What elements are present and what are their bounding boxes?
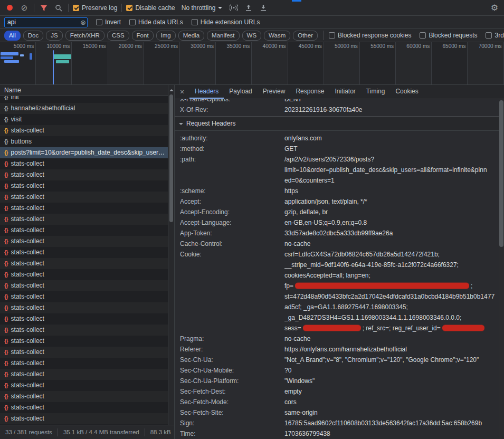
- request-row[interactable]: {}stats-collect: [0, 125, 174, 136]
- request-row[interactable]: {}stats-collect: [0, 169, 174, 180]
- request-row[interactable]: {}hannahelizabethofficial: [0, 103, 174, 114]
- header-value-text: fp=: [284, 282, 293, 290]
- timeline-tick-label: 70000 ms: [479, 43, 502, 49]
- request-row[interactable]: {}stats-collect: [0, 369, 174, 380]
- request-name: stats-collect: [11, 258, 44, 269]
- preserve-log-checkbox[interactable]: Preserve log: [73, 4, 117, 12]
- request-row[interactable]: {}stats-collect: [0, 347, 174, 358]
- name-column-header[interactable]: Name: [0, 85, 174, 96]
- timeline-tick-label: 35000 ms: [226, 43, 250, 49]
- header-row: :scheme:https: [175, 186, 499, 196]
- request-row[interactable]: {}stats-collect: [0, 336, 174, 347]
- network-toolbar: ⊘ Preserve log Disable cache No throttli…: [0, 0, 504, 16]
- throttling-select[interactable]: No throttling: [179, 3, 225, 13]
- request-row[interactable]: {}stats-collect: [0, 302, 174, 313]
- request-headers-section-header[interactable]: Request Headers: [175, 117, 499, 131]
- request-row[interactable]: {}stats-collect: [0, 313, 174, 325]
- request-row[interactable]: {}buttons: [0, 136, 174, 147]
- request-row[interactable]: {}stats-collect: [0, 180, 174, 192]
- record-button[interactable]: [4, 3, 15, 13]
- hide-data-urls-checkbox[interactable]: Hide data URLs: [129, 18, 183, 26]
- header-name: Accept-Language:: [180, 217, 279, 228]
- filter-checkbox-3rd-party-requests[interactable]: 3rd-party requests: [486, 32, 504, 39]
- search-button[interactable]: [53, 3, 64, 13]
- scroll-up-icon[interactable]: [169, 87, 174, 91]
- tab-preview[interactable]: Preview: [258, 85, 291, 99]
- clear-log-button[interactable]: ⊘: [19, 3, 30, 13]
- request-row[interactable]: {}init: [0, 96, 174, 103]
- script-icon: {}: [4, 313, 8, 325]
- preserve-log-label: Preserve log: [82, 4, 117, 12]
- timeline-tick-label: 15000 ms: [83, 43, 106, 49]
- network-filter-input[interactable]: [4, 17, 88, 27]
- request-row[interactable]: {}stats-collect: [0, 214, 174, 225]
- header-name: Cache-Control:: [180, 238, 279, 249]
- request-row[interactable]: {}stats-collect: [0, 158, 174, 169]
- filter-chip-fetch-xhr[interactable]: Fetch/XHR: [65, 31, 104, 41]
- request-row[interactable]: {}stats-collect: [0, 413, 174, 424]
- script-icon: {}: [4, 325, 8, 336]
- export-har-button[interactable]: [258, 3, 269, 13]
- request-name: stats-collect: [11, 291, 44, 302]
- timeline-tick-label: 25000 ms: [155, 43, 178, 49]
- request-row[interactable]: {}stats-collect: [0, 291, 174, 302]
- scrollbar-thumb[interactable]: [169, 94, 173, 222]
- network-conditions-button[interactable]: [229, 3, 239, 13]
- filter-toggle-button[interactable]: [39, 3, 49, 13]
- tab-response[interactable]: Response: [290, 85, 329, 99]
- timeline-overview[interactable]: 5000 ms10000 ms15000 ms20000 ms25000 ms3…: [0, 42, 504, 85]
- request-row[interactable]: {}stats-collect: [0, 203, 174, 214]
- filter-chip-doc[interactable]: Doc: [23, 31, 43, 41]
- detail-scrollbar[interactable]: [499, 99, 504, 439]
- request-row[interactable]: {}stats-collect: [0, 258, 174, 269]
- request-row[interactable]: {}stats-collect: [0, 358, 174, 369]
- script-icon: {}: [4, 214, 8, 225]
- request-row[interactable]: {}stats-collect: [0, 380, 174, 391]
- scrollbar-thumb[interactable]: [499, 100, 503, 247]
- header-value-text: sess=: [284, 325, 301, 332]
- request-row[interactable]: {}stats-collect: [0, 269, 174, 280]
- close-icon[interactable]: ×: [175, 88, 189, 96]
- request-row[interactable]: {}stats-collect: [0, 391, 174, 402]
- request-row[interactable]: {}stats-collect: [0, 280, 174, 291]
- request-row[interactable]: {}stats-collect: [0, 402, 174, 413]
- waterfall-bar: [1, 56, 13, 59]
- filter-chip-js[interactable]: JS: [46, 31, 62, 41]
- filter-chip-all[interactable]: All: [4, 31, 21, 41]
- devtools-network-panel: ⊘ Preserve log Disable cache No throttli…: [0, 0, 504, 439]
- header-row: Accept-Language:en-GB,en-US;q=0.9,en;q=0…: [175, 217, 499, 228]
- filter-chip-font[interactable]: Font: [132, 31, 154, 41]
- header-row: Sign:16785:5aad9602cf110608b03133de56364…: [175, 418, 499, 428]
- filter-chip-wasm[interactable]: Wasm: [264, 31, 290, 41]
- header-value: same-origin: [284, 407, 499, 418]
- tab-initiator[interactable]: Initiator: [329, 85, 360, 99]
- filter-chip-img[interactable]: Img: [156, 31, 176, 41]
- request-row[interactable]: {}stats-collect: [0, 247, 174, 258]
- request-row[interactable]: {}stats-collect: [0, 192, 174, 203]
- filter-checkbox-blocked-requests[interactable]: Blocked requests: [420, 32, 477, 39]
- request-row[interactable]: {}posts?limit=10&order=publish_date_desc…: [0, 147, 174, 158]
- settings-gear-icon[interactable]: ⚙: [489, 3, 500, 13]
- import-har-button[interactable]: [243, 3, 254, 13]
- filter-chip-other[interactable]: Other: [293, 31, 318, 41]
- clear-filter-icon[interactable]: ⊗: [80, 18, 86, 26]
- filter-chip-media[interactable]: Media: [178, 31, 204, 41]
- filter-chip-css[interactable]: CSS: [107, 31, 129, 41]
- disable-cache-checkbox[interactable]: Disable cache: [126, 4, 175, 12]
- tab-headers[interactable]: Headers: [189, 85, 224, 99]
- hide-extension-urls-checkbox[interactable]: Hide extension URLs: [192, 18, 260, 26]
- request-row[interactable]: {}stats-collect: [0, 225, 174, 236]
- tab-timing[interactable]: Timing: [361, 85, 391, 99]
- filter-chip-manifest[interactable]: Manifest: [207, 31, 239, 41]
- request-row[interactable]: {}visit: [0, 114, 174, 125]
- tab-payload[interactable]: Payload: [224, 85, 257, 99]
- request-row[interactable]: {}stats-collect: [0, 325, 174, 336]
- tab-cookies[interactable]: Cookies: [390, 85, 423, 99]
- filter-chip-ws[interactable]: WS: [242, 31, 262, 41]
- request-list-scrollbar[interactable]: [168, 85, 174, 425]
- script-icon: {}: [4, 136, 8, 147]
- request-row[interactable]: {}stats-collect: [0, 236, 174, 247]
- invert-checkbox[interactable]: Invert: [96, 18, 121, 26]
- name-column-label: Name: [4, 87, 21, 94]
- filter-checkbox-blocked-response-cookies[interactable]: Blocked response cookies: [329, 32, 411, 39]
